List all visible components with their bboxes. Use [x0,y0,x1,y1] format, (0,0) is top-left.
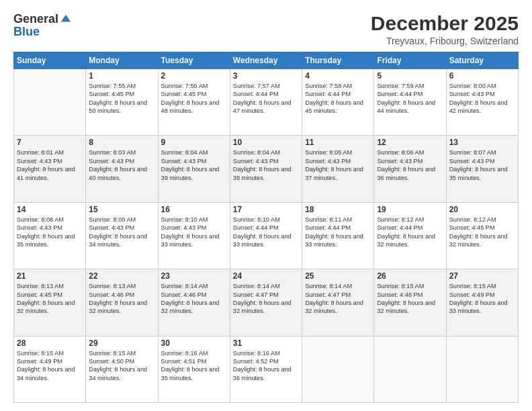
day-info: Sunrise: 8:13 AMSunset: 4:45 PMDaylight:… [17,282,83,316]
table-row [446,336,518,402]
table-row: 9Sunrise: 8:04 AMSunset: 4:43 PMDaylight… [158,136,230,202]
calendar-week-row: 21Sunrise: 8:13 AMSunset: 4:45 PMDayligh… [14,269,519,336]
table-row: 26Sunrise: 8:15 AMSunset: 4:48 PMDayligh… [374,269,446,336]
day-info: Sunrise: 8:04 AMSunset: 4:43 PMDaylight:… [233,148,299,182]
day-info: Sunrise: 8:01 AMSunset: 4:43 PMDaylight:… [17,148,83,182]
table-row [302,336,374,402]
table-row: 13Sunrise: 8:07 AMSunset: 4:43 PMDayligh… [446,136,518,202]
logo-blue: Blue [13,25,40,39]
table-row: 20Sunrise: 8:12 AMSunset: 4:45 PMDayligh… [446,202,518,269]
day-info: Sunrise: 8:14 AMSunset: 4:47 PMDaylight:… [305,282,371,316]
title-section: December 2025 Treyvaux, Fribourg, Switze… [371,12,519,46]
day-info: Sunrise: 8:09 AMSunset: 4:43 PMDaylight:… [89,216,154,249]
table-row: 28Sunrise: 8:15 AMSunset: 4:49 PMDayligh… [14,336,86,402]
day-number: 28 [17,338,83,348]
table-row: 17Sunrise: 8:10 AMSunset: 4:44 PMDayligh… [230,202,302,269]
logo-icon [60,13,72,26]
day-info: Sunrise: 8:00 AMSunset: 4:43 PMDaylight:… [449,82,515,116]
table-row: 3Sunrise: 7:57 AMSunset: 4:44 PMDaylight… [230,69,302,136]
logo-general: General [13,12,58,26]
header: General Blue December 2025 Treyvaux, Fri… [13,12,519,46]
calendar-week-row: 1Sunrise: 7:55 AMSunset: 4:45 PMDaylight… [14,69,519,136]
table-row: 12Sunrise: 8:06 AMSunset: 4:43 PMDayligh… [374,136,446,202]
table-row: 22Sunrise: 8:13 AMSunset: 4:46 PMDayligh… [86,269,158,336]
table-row [14,69,86,136]
day-number: 4 [305,71,371,81]
col-sunday: Sunday [14,52,86,69]
table-row: 27Sunrise: 8:15 AMSunset: 4:49 PMDayligh… [446,269,518,336]
day-number: 15 [89,205,154,214]
table-row: 5Sunrise: 7:59 AMSunset: 4:44 PMDaylight… [374,69,446,136]
day-number: 29 [89,338,154,348]
day-info: Sunrise: 8:06 AMSunset: 4:43 PMDaylight:… [377,148,443,182]
table-row: 15Sunrise: 8:09 AMSunset: 4:43 PMDayligh… [86,202,158,269]
day-number: 2 [161,71,227,81]
day-info: Sunrise: 8:13 AMSunset: 4:46 PMDaylight:… [89,282,154,316]
day-info: Sunrise: 7:58 AMSunset: 4:44 PMDaylight:… [305,82,371,116]
calendar-week-row: 28Sunrise: 8:15 AMSunset: 4:49 PMDayligh… [14,336,519,402]
day-info: Sunrise: 7:55 AMSunset: 4:45 PMDaylight:… [89,82,154,116]
col-monday: Monday [86,52,158,69]
day-info: Sunrise: 7:59 AMSunset: 4:44 PMDaylight:… [377,82,443,116]
day-number: 26 [377,271,443,281]
day-info: Sunrise: 8:12 AMSunset: 4:44 PMDaylight:… [377,216,443,249]
day-info: Sunrise: 8:16 AMSunset: 4:52 PMDaylight:… [233,349,299,383]
day-number: 1 [89,71,154,81]
table-row: 10Sunrise: 8:04 AMSunset: 4:43 PMDayligh… [230,136,302,202]
day-number: 31 [233,338,299,348]
day-info: Sunrise: 8:15 AMSunset: 4:48 PMDaylight:… [377,282,443,316]
table-row: 6Sunrise: 8:00 AMSunset: 4:43 PMDaylight… [446,69,518,136]
table-row [374,336,446,402]
day-number: 13 [449,138,515,147]
day-info: Sunrise: 8:15 AMSunset: 4:50 PMDaylight:… [89,349,154,383]
calendar-week-row: 14Sunrise: 8:08 AMSunset: 4:43 PMDayligh… [14,202,519,269]
page: General Blue December 2025 Treyvaux, Fri… [0,0,532,411]
day-info: Sunrise: 8:04 AMSunset: 4:43 PMDaylight:… [161,148,227,182]
day-info: Sunrise: 8:05 AMSunset: 4:43 PMDaylight:… [305,148,371,182]
table-row: 14Sunrise: 8:08 AMSunset: 4:43 PMDayligh… [14,202,86,269]
day-info: Sunrise: 8:11 AMSunset: 4:44 PMDaylight:… [305,216,371,249]
table-row: 19Sunrise: 8:12 AMSunset: 4:44 PMDayligh… [374,202,446,269]
day-number: 24 [233,271,299,281]
calendar-week-row: 7Sunrise: 8:01 AMSunset: 4:43 PMDaylight… [14,136,519,202]
table-row: 7Sunrise: 8:01 AMSunset: 4:43 PMDaylight… [14,136,86,202]
col-thursday: Thursday [302,52,374,69]
day-info: Sunrise: 8:10 AMSunset: 4:43 PMDaylight:… [161,216,227,249]
day-number: 16 [161,205,227,214]
day-number: 11 [305,138,371,147]
day-number: 23 [161,271,227,281]
day-number: 3 [233,71,299,81]
day-number: 19 [377,205,443,214]
logo: General Blue [13,12,72,39]
day-number: 6 [449,71,515,81]
table-row: 2Sunrise: 7:56 AMSunset: 4:45 PMDaylight… [158,69,230,136]
table-row: 11Sunrise: 8:05 AMSunset: 4:43 PMDayligh… [302,136,374,202]
day-info: Sunrise: 8:14 AMSunset: 4:46 PMDaylight:… [161,282,227,316]
day-info: Sunrise: 8:03 AMSunset: 4:43 PMDaylight:… [89,148,154,182]
day-number: 8 [89,138,154,147]
table-row: 29Sunrise: 8:15 AMSunset: 4:50 PMDayligh… [86,336,158,402]
day-info: Sunrise: 8:14 AMSunset: 4:47 PMDaylight:… [233,282,299,316]
col-tuesday: Tuesday [158,52,230,69]
day-info: Sunrise: 8:15 AMSunset: 4:49 PMDaylight:… [17,349,83,383]
table-row: 30Sunrise: 8:16 AMSunset: 4:51 PMDayligh… [158,336,230,402]
table-row: 4Sunrise: 7:58 AMSunset: 4:44 PMDaylight… [302,69,374,136]
table-row: 18Sunrise: 8:11 AMSunset: 4:44 PMDayligh… [302,202,374,269]
table-row: 8Sunrise: 8:03 AMSunset: 4:43 PMDaylight… [86,136,158,202]
day-number: 30 [161,338,227,348]
day-number: 18 [305,205,371,214]
day-number: 7 [17,138,83,147]
calendar: Sunday Monday Tuesday Wednesday Thursday… [13,52,519,403]
table-row: 24Sunrise: 8:14 AMSunset: 4:47 PMDayligh… [230,269,302,336]
day-number: 22 [89,271,154,281]
location-subtitle: Treyvaux, Fribourg, Switzerland [371,36,519,46]
day-info: Sunrise: 8:15 AMSunset: 4:49 PMDaylight:… [449,282,515,316]
table-row: 1Sunrise: 7:55 AMSunset: 4:45 PMDaylight… [86,69,158,136]
col-saturday: Saturday [446,52,518,69]
day-number: 14 [17,205,83,214]
day-number: 21 [17,271,83,281]
col-friday: Friday [374,52,446,69]
day-number: 5 [377,71,443,81]
day-number: 25 [305,271,371,281]
month-title: December 2025 [371,12,519,34]
